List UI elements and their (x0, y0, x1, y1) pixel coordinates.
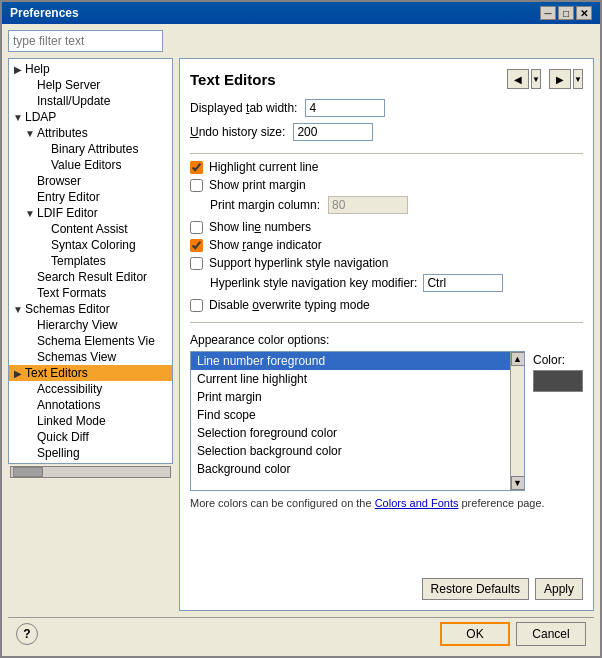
show-line-numbers-checkbox[interactable] (190, 221, 203, 234)
sidebar-item-entry-editor[interactable]: Entry Editor (9, 189, 172, 205)
sidebar-item-quick-diff[interactable]: Quick Diff (9, 429, 172, 445)
ok-button[interactable]: OK (440, 622, 510, 646)
color-item-background[interactable]: Background color (191, 460, 524, 478)
sidebar-item-label: Attributes (37, 126, 88, 140)
nav-forward-dropdown[interactable]: ▼ (573, 69, 583, 89)
sidebar-item-label: Templates (51, 254, 106, 268)
chevron-down-icon: ▼ (574, 75, 582, 84)
sidebar-item-label: Browser (37, 174, 81, 188)
sidebar-item-schema-elements-view[interactable]: Schema Elements Vie (9, 333, 172, 349)
sidebar-item-label: LDIF Editor (37, 206, 98, 220)
sidebar-item-label: Value Editors (51, 158, 121, 172)
show-print-margin-checkbox[interactable] (190, 179, 203, 192)
sidebar-item-schemas-editor[interactable]: ▼ Schemas Editor (9, 301, 172, 317)
footer-buttons: OK Cancel (440, 622, 586, 646)
nav-back-button[interactable]: ◀ (507, 69, 529, 89)
panel-header: Text Editors ◀ ▼ ▶ ▼ (190, 69, 583, 89)
sidebar-item-label: Search Result Editor (37, 270, 147, 284)
sidebar-item-linked-mode[interactable]: Linked Mode (9, 413, 172, 429)
sidebar-item-schemas-view[interactable]: Schemas View (9, 349, 172, 365)
scroll-up-button[interactable]: ▲ (511, 352, 525, 366)
sidebar-item-label: Entry Editor (37, 190, 100, 204)
arrow-icon: ▼ (11, 112, 25, 123)
apply-button[interactable]: Apply (535, 578, 583, 600)
color-item-print-margin[interactable]: Print margin (191, 388, 524, 406)
sidebar-item-label: Linked Mode (37, 414, 106, 428)
sidebar-item-spelling[interactable]: Spelling (9, 445, 172, 461)
color-list-scrollbar[interactable]: ▲ ▼ (510, 352, 524, 490)
cancel-button[interactable]: Cancel (516, 622, 586, 646)
title-bar-buttons: ─ □ ✕ (540, 6, 592, 20)
panel-title: Text Editors (190, 71, 276, 88)
sidebar-item-ldif-editor[interactable]: ▼ LDIF Editor (9, 205, 172, 221)
disable-overwrite-checkbox[interactable] (190, 299, 203, 312)
sidebar-item-attributes[interactable]: ▼ Attributes (9, 125, 172, 141)
support-hyperlink-checkbox[interactable] (190, 257, 203, 270)
undo-history-input[interactable] (293, 123, 373, 141)
arrow-icon: ▶ (11, 64, 25, 75)
sidebar-item-text-editors[interactable]: ▶ Text Editors (9, 365, 172, 381)
hyperlink-modifier-label: Hyperlink style navigation key modifier: (210, 276, 417, 290)
minimize-button[interactable]: ─ (540, 6, 556, 20)
color-options-list[interactable]: Line number foreground Current line high… (190, 351, 525, 491)
colors-and-fonts-link[interactable]: Colors and Fonts (375, 497, 459, 509)
color-list-area: Line number foreground Current line high… (190, 351, 583, 491)
sidebar-item-label: Schema Elements Vie (37, 334, 155, 348)
sidebar-item-syntax-coloring[interactable]: Syntax Coloring (9, 237, 172, 253)
scroll-down-button[interactable]: ▼ (511, 476, 525, 490)
sidebar-item-help[interactable]: ▶ Help (9, 61, 172, 77)
undo-history-row: Undo history size: (190, 123, 583, 141)
search-bar-area (8, 30, 168, 52)
sidebar-item-label: Text Formats (37, 286, 106, 300)
highlight-line-checkbox[interactable] (190, 161, 203, 174)
color-item-find-scope[interactable]: Find scope (191, 406, 524, 424)
arrow-icon: ▶ (11, 368, 25, 379)
sidebar-item-templates[interactable]: Templates (9, 253, 172, 269)
sidebar-item-install-update[interactable]: Install/Update (9, 93, 172, 109)
sidebar-item-annotations[interactable]: Annotations (9, 397, 172, 413)
maximize-button[interactable]: □ (558, 6, 574, 20)
sidebar-item-text-formats[interactable]: Text Formats (9, 285, 172, 301)
color-item-current-line[interactable]: Current line highlight (191, 370, 524, 388)
window-body: ▶ Help Help Server Install/Update ▼ L (2, 24, 600, 656)
sidebar-item-label: Quick Diff (37, 430, 89, 444)
hyperlink-modifier-input[interactable] (423, 274, 503, 292)
sidebar-item-label: LDAP (25, 110, 56, 124)
sidebar-item-search-result-editor[interactable]: Search Result Editor (9, 269, 172, 285)
sidebar-item-ldap[interactable]: ▼ LDAP (9, 109, 172, 125)
color-item-selection-bg[interactable]: Selection background color (191, 442, 524, 460)
print-margin-col-input (328, 196, 408, 214)
chevron-down-icon: ▼ (532, 75, 540, 84)
nav-back-dropdown[interactable]: ▼ (531, 69, 541, 89)
tree-panel: ▶ Help Help Server Install/Update ▼ L (8, 58, 173, 464)
sidebar-item-binary-attributes[interactable]: Binary Attributes (9, 141, 172, 157)
sidebar-item-label: Content Assist (51, 222, 128, 236)
close-button[interactable]: ✕ (576, 6, 592, 20)
show-range-indicator-row: Show range indicator (190, 238, 583, 252)
show-range-indicator-checkbox[interactable] (190, 239, 203, 252)
sidebar-item-label: Accessibility (37, 382, 102, 396)
color-item-selection-fg[interactable]: Selection foreground color (191, 424, 524, 442)
nav-forward-button[interactable]: ▶ (549, 69, 571, 89)
sidebar-item-hierarchy-view[interactable]: Hierarchy View (9, 317, 172, 333)
sidebar-item-browser[interactable]: Browser (9, 173, 172, 189)
help-button[interactable]: ? (16, 623, 38, 645)
appearance-color-label: Appearance color options: (190, 333, 583, 347)
tab-width-row: Displayed tab width: (190, 99, 583, 117)
back-icon: ◀ (514, 74, 522, 85)
scroll-thumb (13, 467, 43, 477)
sidebar-item-accessibility[interactable]: Accessibility (9, 381, 172, 397)
color-swatch[interactable] (533, 370, 583, 392)
sidebar-item-value-editors[interactable]: Value Editors (9, 157, 172, 173)
sidebar-item-content-assist[interactable]: Content Assist (9, 221, 172, 237)
show-range-indicator-label: Show range indicator (209, 238, 322, 252)
undo-history-label: Undo history size: (190, 125, 285, 139)
support-hyperlink-row: Support hyperlink style navigation (190, 256, 583, 270)
tab-width-input[interactable] (305, 99, 385, 117)
sidebar-item-label: Binary Attributes (51, 142, 138, 156)
search-input[interactable] (8, 30, 163, 52)
sidebar-item-help-server[interactable]: Help Server (9, 77, 172, 93)
color-item-line-number-fg[interactable]: Line number foreground (191, 352, 524, 370)
restore-defaults-button[interactable]: Restore Defaults (422, 578, 529, 600)
tree-horizontal-scrollbar[interactable] (10, 466, 171, 478)
